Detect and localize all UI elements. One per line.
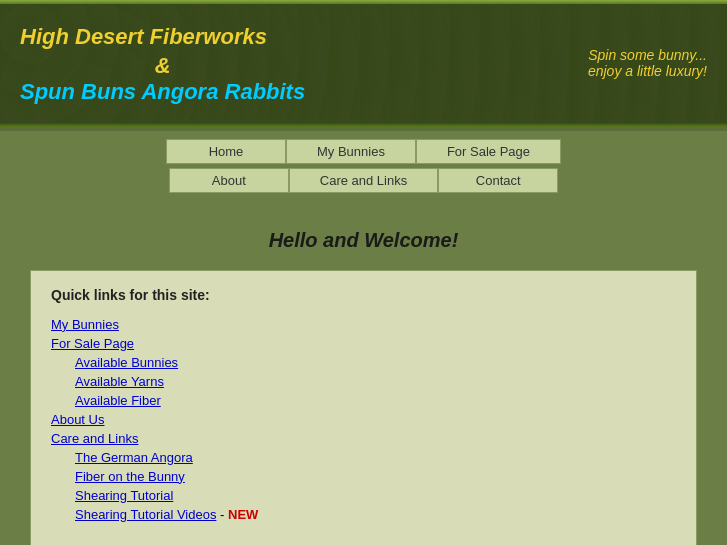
ql-for-sale[interactable]: For Sale Page xyxy=(51,336,676,351)
header-title: High Desert Fiberworks & Spun Buns Angor… xyxy=(20,22,305,105)
ql-my-bunnies[interactable]: My Bunnies xyxy=(51,317,676,332)
ql-about-us[interactable]: About Us xyxy=(51,412,676,427)
header-bottom-border xyxy=(0,123,727,127)
new-badge: NEW xyxy=(228,507,258,522)
ql-available-bunnies[interactable]: Available Bunnies xyxy=(75,355,676,370)
nav-about[interactable]: About xyxy=(169,168,289,193)
nav-home[interactable]: Home xyxy=(166,139,286,164)
site-title-main: High Desert Fiberworks xyxy=(20,22,305,53)
ql-fiber-on-bunny[interactable]: Fiber on the Bunny xyxy=(75,469,676,484)
main-content: Hello and Welcome! Quick links for this … xyxy=(0,201,727,545)
ql-available-yarns[interactable]: Available Yarns xyxy=(75,374,676,389)
ql-shearing-tutorial-videos[interactable]: Shearing Tutorial Videos xyxy=(75,507,216,522)
nav-contact[interactable]: Contact xyxy=(438,168,558,193)
ql-available-fiber[interactable]: Available Fiber xyxy=(75,393,676,408)
nav-for-sale[interactable]: For Sale Page xyxy=(416,139,561,164)
new-spacer: - xyxy=(220,507,228,522)
nav-care-links[interactable]: Care and Links xyxy=(289,168,438,193)
ql-care-links[interactable]: Care and Links xyxy=(51,431,676,446)
site-title-sub: Spun Buns Angora Rabbits xyxy=(20,79,305,105)
quicklinks-box: Quick links for this site: My Bunnies Fo… xyxy=(30,270,697,545)
tagline-line1: Spin some bunny... xyxy=(588,47,707,63)
tagline-line2: enjoy a little luxury! xyxy=(588,63,707,79)
header-tagline: Spin some bunny... enjoy a little luxury… xyxy=(588,47,707,79)
nav-row-2: About Care and Links Contact xyxy=(169,168,558,193)
nav-container: Home My Bunnies For Sale Page About Care… xyxy=(0,131,727,201)
ql-shearing-tutorial[interactable]: Shearing Tutorial xyxy=(75,488,676,503)
header: High Desert Fiberworks & Spun Buns Angor… xyxy=(0,4,727,123)
nav-my-bunnies[interactable]: My Bunnies xyxy=(286,139,416,164)
quicklinks-title: Quick links for this site: xyxy=(51,287,676,303)
ql-shearing-videos-row: Shearing Tutorial Videos - NEW xyxy=(75,507,676,522)
nav-row-1: Home My Bunnies For Sale Page xyxy=(166,139,561,164)
site-title-ampersand: & xyxy=(20,53,305,79)
ql-german-angora[interactable]: The German Angora xyxy=(75,450,676,465)
welcome-heading: Hello and Welcome! xyxy=(30,211,697,270)
